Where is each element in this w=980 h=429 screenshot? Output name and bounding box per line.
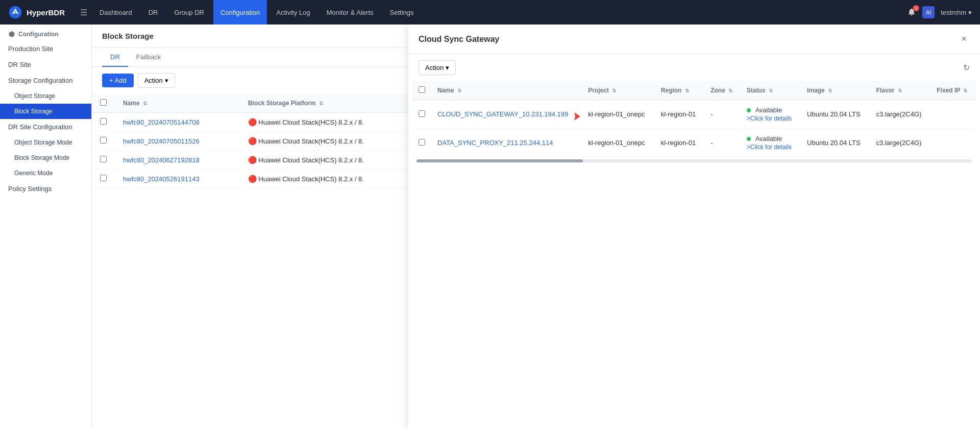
- gw-zone-sort[interactable]: ⇅: [728, 88, 732, 93]
- nav-group-dr[interactable]: Group DR: [167, 0, 211, 25]
- sidebar-item-production-site[interactable]: Production Site: [0, 41, 91, 57]
- gw-row2-fixed-ip: [930, 129, 976, 157]
- block-storage-title: Block Storage: [92, 25, 418, 48]
- gw-row1-check[interactable]: [419, 110, 425, 117]
- tab-failback[interactable]: Failback: [128, 48, 169, 67]
- sidebar-item-dr-site-configuration[interactable]: DR Site Configuration: [0, 119, 91, 135]
- row1-name-link[interactable]: hwfc80_20240705144708: [123, 118, 200, 126]
- row3-name: hwfc80_20240627192818: [115, 151, 240, 170]
- row2-checkbox[interactable]: [100, 137, 107, 144]
- sidebar-item-block-storage[interactable]: Block Storage: [0, 104, 91, 119]
- gw-ip-sort[interactable]: ⇅: [963, 88, 967, 93]
- gw-status-sort[interactable]: ⇅: [769, 88, 773, 93]
- status-dot-1: [747, 108, 751, 112]
- gw-row2-check[interactable]: [419, 139, 425, 146]
- sidebar-item-object-storage-mode[interactable]: Object Storage Mode: [0, 135, 91, 150]
- select-all-checkbox[interactable]: [100, 99, 107, 106]
- gw-row2-name: DATA_SYNC_PROXY_211.25.244.114: [431, 129, 582, 157]
- arrow-pointer-icon: [570, 110, 582, 123]
- gw-row2-details-link[interactable]: >Click for details: [747, 144, 795, 151]
- sidebar-item-storage-configuration[interactable]: Storage Configuration: [0, 73, 91, 88]
- gw-row2-checkbox: [412, 129, 431, 157]
- add-button[interactable]: + Add: [102, 74, 134, 87]
- gw-project-sort[interactable]: ⇅: [612, 88, 616, 93]
- gw-th-image: Image ⇅: [801, 81, 870, 100]
- gw-row2-zone: -: [704, 129, 741, 157]
- gw-row1-project: kl-region-01_onepc: [582, 100, 654, 129]
- row3-name-link[interactable]: hwfc80_20240627192818: [123, 156, 200, 164]
- sidebar: Configuration Production Site DR Site St…: [0, 25, 92, 429]
- row4-checkbox[interactable]: [100, 175, 107, 181]
- nav-activity-log[interactable]: Activity Log: [269, 0, 317, 25]
- action-dropdown-button[interactable]: Action ▾: [138, 73, 175, 88]
- sidebar-item-block-storage-mode[interactable]: Block Storage Mode: [0, 150, 91, 165]
- row4-name-link[interactable]: hwfc80_20240526191143: [123, 175, 200, 183]
- gw-row1-fixed-ip: [930, 100, 976, 129]
- notification-bell[interactable]: 9: [907, 7, 916, 18]
- gw-row1-details-link[interactable]: >Click for details: [747, 115, 795, 122]
- row3-checkbox[interactable]: [100, 156, 107, 162]
- gw-image-sort[interactable]: ⇅: [828, 88, 832, 93]
- cloud-sync-gateway-panel: Cloud Sync Gateway × Action ▾ ↻ Name: [408, 25, 980, 429]
- scrollbar-thumb[interactable]: [416, 159, 583, 162]
- username-display[interactable]: testmhm ▾: [941, 9, 972, 16]
- gw-row1-name-link[interactable]: CLOUD_SYNC_GATEWAY_10.231.194.199: [437, 110, 568, 118]
- gw-region-sort[interactable]: ⇅: [685, 88, 689, 93]
- th-platform: Block Storage Platform ⇅: [240, 94, 418, 113]
- sidebar-item-generic-mode[interactable]: Generic Mode: [0, 165, 91, 181]
- horizontal-scrollbar[interactable]: [416, 159, 972, 162]
- row4-name: hwfc80_20240526191143: [115, 170, 240, 188]
- sidebar-item-dr-site[interactable]: DR Site: [0, 57, 91, 73]
- huawei-icon-1: 🔴: [248, 118, 257, 126]
- row3-platform: 🔴 Huawei Cloud Stack(HCS) 8.2.x / 8.: [240, 151, 418, 170]
- gw-row1-zone: -: [704, 100, 741, 129]
- gw-row2-flavor: c3.large(2C4G): [870, 129, 930, 157]
- gw-row2-region: kl-region-01: [655, 129, 705, 157]
- gw-row1-checkbox: [412, 100, 431, 129]
- gateway-action-button[interactable]: Action ▾: [419, 60, 456, 75]
- gw-row2-name-link[interactable]: DATA_SYNC_PROXY_211.25.244.114: [437, 139, 553, 147]
- nav-monitor-alerts[interactable]: Monitor & Alerts: [320, 0, 381, 25]
- th-checkbox: [92, 94, 115, 113]
- row1-checkbox[interactable]: [100, 118, 107, 125]
- top-navigation: HyperBDR ☰ Dashboard DR Group DR Configu…: [0, 0, 980, 25]
- row1-platform: 🔴 Huawei Cloud Stack(HCS) 8.2.x / 8.: [240, 113, 418, 132]
- gw-th-name: Name ⇅: [431, 81, 582, 100]
- gw-row1-name: CLOUD_SYNC_GATEWAY_10.231.194.199: [431, 100, 582, 129]
- block-storage-tabs: DR Failback: [92, 48, 418, 67]
- nav-dashboard[interactable]: Dashboard: [92, 0, 139, 25]
- sidebar-item-policy-settings[interactable]: Policy Settings: [0, 181, 91, 197]
- huawei-icon-3: 🔴: [248, 156, 257, 164]
- tab-dr[interactable]: DR: [102, 48, 128, 67]
- nav-settings[interactable]: Settings: [383, 0, 421, 25]
- gateway-row-1: CLOUD_SYNC_GATEWAY_10.231.194.199 kl-reg…: [412, 100, 976, 129]
- gw-name-sort[interactable]: ⇅: [457, 88, 461, 93]
- block-storage-panel: Block Storage DR Failback + Add Action ▾: [92, 25, 419, 429]
- gw-th-region: Region ⇅: [655, 81, 705, 100]
- gw-th-checkbox: [412, 81, 431, 100]
- refresh-icon[interactable]: ↻: [963, 63, 970, 73]
- table-row: hwfc80_20240627192818 🔴 Huawei Cloud Sta…: [92, 151, 418, 170]
- gw-row1-status: Available >Click for details: [741, 100, 801, 129]
- platform-sort-icon[interactable]: ⇅: [319, 101, 323, 106]
- row-checkbox-1: [92, 113, 115, 132]
- app-name: HyperBDR: [27, 8, 65, 17]
- row2-name-link[interactable]: hwfc80_20240705011526: [123, 137, 200, 145]
- hamburger-menu[interactable]: ☰: [77, 5, 90, 20]
- name-sort-icon[interactable]: ⇅: [143, 101, 147, 106]
- gateway-table-container: Name ⇅ Project ⇅ Region ⇅: [408, 81, 980, 429]
- gw-row2-status: Available >Click for details: [741, 129, 801, 157]
- nav-dr[interactable]: DR: [141, 0, 165, 25]
- app-logo[interactable]: HyperBDR: [8, 5, 65, 19]
- gw-th-project: Project ⇅: [582, 81, 654, 100]
- table-row: hwfc80_20240705011526 🔴 Huawei Cloud Sta…: [92, 132, 418, 151]
- table-row: hwfc80_20240705144708 🔴 Huawei Cloud Sta…: [92, 113, 418, 132]
- nav-configuration[interactable]: Configuration: [213, 0, 267, 25]
- close-icon[interactable]: ×: [958, 33, 970, 45]
- sidebar-item-object-storage[interactable]: Object Storage: [0, 88, 91, 104]
- huawei-icon-4: 🔴: [248, 175, 257, 183]
- modal-header: Cloud Sync Gateway ×: [408, 25, 980, 54]
- gw-flavor-sort[interactable]: ⇅: [898, 88, 902, 93]
- gw-select-all[interactable]: [419, 86, 425, 93]
- user-avatar: AI: [922, 6, 935, 18]
